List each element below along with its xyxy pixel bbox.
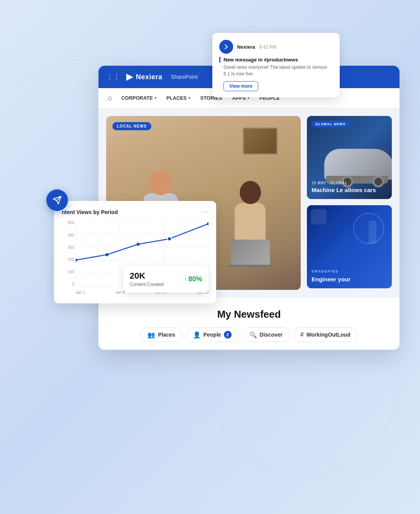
global-title: Machine Le allows cars (312, 187, 387, 194)
tab-people-label: People (203, 332, 221, 338)
stat-label: Content Created (130, 282, 164, 287)
y-label-500: 500 (62, 221, 74, 225)
home-icon[interactable]: ⌂ (108, 94, 112, 102)
discover-tab-icon: 🔍 (249, 331, 257, 339)
stat-left: 20K Content Created (130, 271, 164, 287)
notification-popup: Nexiera 9:42 PM New message in #productn… (212, 33, 340, 97)
local-news-badge: LOCAL NEWS (112, 122, 151, 130)
x-label-jan8: Jan 8 (115, 290, 125, 298)
stat-percentage: 80% (188, 275, 202, 283)
graduates-title: Engineer your (312, 276, 387, 283)
person-2-figure (229, 178, 271, 290)
logo-text: Nexiera (136, 73, 163, 81)
tab-discover-label: Discover (260, 332, 283, 338)
chart-title: ntent Views by Period (62, 209, 118, 215)
wall-frame (243, 128, 278, 155)
car-shape (324, 149, 392, 180)
grid-menu-icon[interactable]: ⋮⋮ (106, 73, 120, 81)
places-chevron-icon: ▾ (188, 96, 190, 100)
laptop-shape (231, 240, 270, 267)
chart-dot-1 (76, 259, 77, 262)
nav-item-places[interactable]: PLACES ▾ (163, 93, 194, 103)
chart-header: ntent Views by Period ··· (62, 208, 208, 216)
graduates-badge: GRADUATES (312, 269, 387, 273)
corporate-chevron-icon: ▾ (154, 96, 156, 100)
nav-places-label: PLACES (166, 95, 187, 101)
people-tab-icon: 👤 (193, 331, 201, 339)
chart-overlay: ntent Views by Period ··· 500 400 300 20… (54, 201, 216, 303)
graduates-text: GRADUATES Engineer your (307, 264, 392, 289)
tab-people[interactable]: 👤 People 2 (186, 327, 239, 342)
newsfeed-section: My Newsfeed 👥 Places 👤 People 2 🔍 Discov… (98, 298, 400, 350)
stat-right: ↑ 80% (184, 275, 202, 283)
chart-area: 500 400 300 200 100 0 (62, 221, 208, 298)
right-news-column: GLOBAL NEWS 15 MAY · GLOBAL Machine Le a… (307, 116, 392, 290)
y-label-100: 100 (62, 270, 74, 274)
chart-dot-2 (105, 253, 108, 256)
notif-body: Great news everyone! The latest update t… (219, 64, 333, 77)
nav-item-corporate[interactable]: CORPORATE ▾ (117, 93, 160, 103)
notif-sender-info: Nexiera 9:42 PM (237, 43, 276, 50)
stat-number: 20K (130, 271, 164, 281)
person-2-head (240, 181, 261, 204)
notif-logo-icon (219, 40, 233, 54)
stat-trend-icon: ↑ (184, 276, 187, 282)
chart-line (76, 224, 208, 260)
notif-header: Nexiera 9:42 PM (219, 40, 333, 54)
brand-logo: ▶ Nexiera (126, 72, 163, 82)
arrow-icon (223, 43, 230, 50)
view-more-button[interactable]: View more (224, 81, 258, 91)
global-news-card[interactable]: GLOBAL NEWS 15 MAY · GLOBAL Machine Le a… (307, 116, 392, 199)
send-fab-button[interactable] (46, 189, 68, 211)
y-label-0: 0 (62, 282, 74, 286)
logo-arrow-icon: ▶ (126, 72, 133, 82)
graduates-news-card[interactable]: GRADUATES Engineer your (307, 205, 392, 288)
newsfeed-tabs: 👥 Places 👤 People 2 🔍 Discover # Working… (106, 327, 392, 342)
person-1-head (149, 170, 172, 195)
notif-sender-name: Nexiera (237, 44, 255, 50)
tech-block-1 (311, 209, 326, 225)
notif-title: New message in #productnews (219, 57, 333, 63)
tab-discover[interactable]: 🔍 Discover (242, 327, 290, 342)
chart-more-icon[interactable]: ··· (202, 208, 208, 216)
stat-card: 20K Content Created ↑ 80% (124, 266, 208, 293)
chart-dot-5 (207, 222, 208, 225)
y-label-400: 400 (62, 233, 74, 237)
chart-dot-4 (168, 237, 171, 241)
hashtag-icon: # (300, 331, 304, 338)
tech-block-2 (369, 221, 376, 244)
tab-places-label: Places (158, 332, 175, 338)
x-label-jan1: Jan 1 (76, 290, 85, 298)
send-icon (52, 196, 62, 205)
global-date: 15 MAY · GLOBAL (312, 181, 387, 185)
people-badge: 2 (224, 331, 232, 339)
y-label-300: 300 (62, 245, 74, 250)
global-news-badge: GLOBAL NEWS (312, 121, 349, 128)
nav-corporate-label: CORPORATE (121, 95, 153, 101)
chart-dot-3 (137, 243, 140, 246)
tab-workingoutloud[interactable]: # WorkingOutLoud (293, 327, 358, 342)
newsfeed-title: My Newsfeed (106, 308, 392, 320)
places-tab-icon: 👥 (147, 331, 155, 339)
chart-y-labels: 500 400 300 200 100 0 (62, 221, 74, 286)
notif-time: 9:42 PM (259, 44, 276, 50)
global-card-text: 15 MAY · GLOBAL Machine Le allows cars (307, 175, 392, 199)
y-label-200: 200 (62, 257, 74, 262)
tab-places[interactable]: 👥 Places (140, 327, 182, 342)
tab-wol-label: WorkingOutLoud (307, 332, 351, 338)
sharepoint-label: SharePoint (171, 74, 198, 80)
